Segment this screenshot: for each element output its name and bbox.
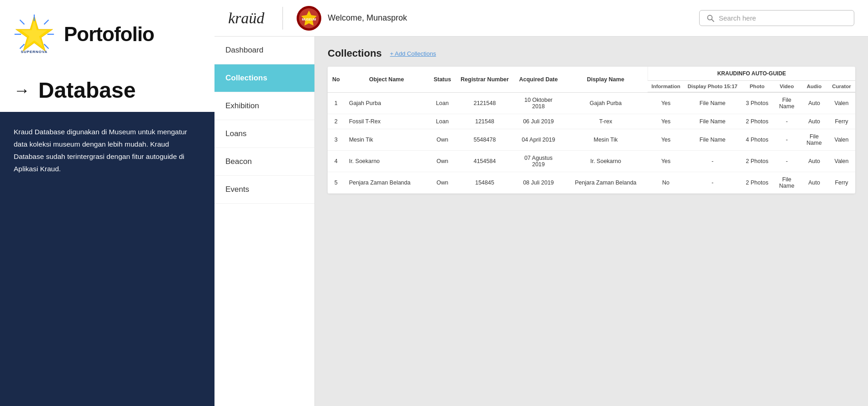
portofolio-title: Portofolio bbox=[64, 23, 154, 46]
svg-line-6 bbox=[20, 44, 25, 49]
table-cell: Yes bbox=[648, 92, 684, 114]
search-placeholder: Search here bbox=[719, 14, 756, 22]
table-cell: 07 Agustus 2019 bbox=[513, 151, 564, 172]
database-label: Database bbox=[38, 78, 136, 103]
table-cell: 154845 bbox=[456, 172, 513, 194]
table-cell: No bbox=[648, 172, 684, 194]
table-cell: Gajah Purba bbox=[564, 92, 648, 114]
table-cell: 2121548 bbox=[456, 92, 513, 114]
svg-line-7 bbox=[44, 44, 49, 49]
col-header-object-name: Object Name bbox=[345, 67, 429, 92]
table-cell: 3 Photos bbox=[741, 92, 773, 114]
table-row[interactable]: 3Mesin TikOwn554847804 April 2019Mesin T… bbox=[328, 129, 855, 151]
table-row[interactable]: 4Ir. SoekarnoOwn415458407 Agustus 2019Ir… bbox=[328, 151, 855, 172]
table-cell: Fossil T-Rex bbox=[345, 114, 429, 129]
sidebar-item-exhibition[interactable]: Exhibition bbox=[214, 92, 314, 120]
svg-line-16 bbox=[712, 19, 714, 21]
table-cell: Loan bbox=[429, 92, 456, 114]
table-row[interactable]: 5Penjara Zaman BelandaOwn15484508 Juli 2… bbox=[328, 172, 855, 194]
table-cell: Auto bbox=[800, 151, 828, 172]
table-cell: Ir. Soekarno bbox=[345, 151, 429, 172]
svg-line-5 bbox=[44, 20, 49, 25]
table-cell: 5 bbox=[328, 172, 345, 194]
search-icon bbox=[707, 15, 714, 22]
museum-logo: MUSEUM bbox=[297, 6, 321, 31]
table-cell: Own bbox=[429, 151, 456, 172]
col-header-registrar: Registrar Number bbox=[456, 67, 513, 92]
table-row[interactable]: 2Fossil T-RexLoan12154806 Juli 2019T-rex… bbox=[328, 114, 855, 129]
col-header-acquired: Acquired Date bbox=[513, 67, 564, 92]
sidebar-item-dashboard[interactable]: Dashboard bbox=[214, 37, 314, 64]
table-cell: Ferry bbox=[828, 172, 855, 194]
table-body: 1Gajah PurbaLoan212154810 Oktober 2018Ga… bbox=[328, 92, 855, 194]
table-cell: Ir. Soekarno bbox=[564, 151, 648, 172]
table-cell: File Name bbox=[684, 129, 741, 151]
svg-text:MUSEUM: MUSEUM bbox=[302, 18, 316, 21]
table-cell: - bbox=[773, 151, 800, 172]
right-panel: kraüd MUSEUM Welcome, Munasprok Search h… bbox=[214, 0, 868, 406]
sidebar-item-events[interactable]: Events bbox=[214, 176, 314, 204]
table-cell: 2 Photos bbox=[741, 172, 773, 194]
svg-text:SUPERNOVA: SUPERNOVA bbox=[21, 50, 48, 54]
col-header-status: Status bbox=[429, 67, 456, 92]
table-cell: 2 Photos bbox=[741, 114, 773, 129]
table-cell: Mesin Tik bbox=[345, 129, 429, 151]
table-cell: - bbox=[684, 151, 741, 172]
museum-logo-svg: MUSEUM bbox=[297, 6, 321, 31]
table-cell: Valen bbox=[828, 92, 855, 114]
left-panel: SUPERNOVA TECH CONSULTING Portofolio → D… bbox=[0, 0, 214, 406]
arrow-icon: → bbox=[14, 81, 30, 100]
database-section: → Database bbox=[0, 64, 214, 112]
table-cell: Auto bbox=[800, 92, 828, 114]
description-section: Kraud Database digunakan di Museum untuk… bbox=[0, 112, 214, 406]
table-cell: 4 Photos bbox=[741, 129, 773, 151]
table-cell: Valen bbox=[828, 151, 855, 172]
collections-table-container: No Object Name Status Registrar Number A… bbox=[328, 67, 855, 194]
description-text: Kraud Database digunakan di Museum untuk… bbox=[14, 126, 201, 175]
col-header-video: Video bbox=[773, 81, 800, 93]
table-cell: Mesin Tik bbox=[564, 129, 648, 151]
table-cell: - bbox=[773, 114, 800, 129]
table-cell: Own bbox=[429, 129, 456, 151]
table-cell: 121548 bbox=[456, 114, 513, 129]
sidebar-item-loans[interactable]: Loans bbox=[214, 120, 314, 148]
table-cell: 4154584 bbox=[456, 151, 513, 172]
table-cell: T-rex bbox=[564, 114, 648, 129]
table-cell: 04 April 2019 bbox=[513, 129, 564, 151]
collections-title: Collections bbox=[328, 47, 382, 59]
table-cell: File Name bbox=[773, 172, 800, 194]
app-header: kraüd MUSEUM Welcome, Munasprok Search h… bbox=[214, 0, 868, 37]
table-cell: Loan bbox=[429, 114, 456, 129]
table-cell: 06 Juli 2019 bbox=[513, 114, 564, 129]
left-top-section: SUPERNOVA TECH CONSULTING Portofolio bbox=[0, 0, 214, 64]
add-collections-link[interactable]: + Add Collections bbox=[390, 50, 436, 57]
col-header-no: No bbox=[328, 67, 345, 92]
main-content: Collections + Add Collections No Object … bbox=[315, 37, 868, 406]
col-header-audio: Audio bbox=[800, 81, 828, 93]
svg-line-8 bbox=[20, 20, 25, 25]
table-cell: 4 bbox=[328, 151, 345, 172]
sidebar-item-beacon[interactable]: Beacon bbox=[214, 148, 314, 176]
supernova-logo: SUPERNOVA TECH CONSULTING bbox=[14, 14, 55, 55]
welcome-text: Welcome, Munasprok bbox=[328, 13, 407, 23]
table-cell: 5548478 bbox=[456, 129, 513, 151]
table-cell: Gajah Purba bbox=[345, 92, 429, 114]
collections-table: No Object Name Status Registrar Number A… bbox=[328, 67, 855, 194]
table-cell: 1 bbox=[328, 92, 345, 114]
table-cell: 08 Juli 2019 bbox=[513, 172, 564, 194]
app-logo: kraüd bbox=[228, 10, 264, 27]
welcome-section: MUSEUM Welcome, Munasprok bbox=[297, 6, 690, 31]
table-cell: Auto bbox=[800, 114, 828, 129]
table-cell: 3 bbox=[328, 129, 345, 151]
header-divider bbox=[282, 7, 283, 30]
col-header-display-photo: Display Photo 15:17 bbox=[684, 81, 741, 93]
table-cell: File Name bbox=[684, 114, 741, 129]
sidebar-item-collections[interactable]: Collections bbox=[214, 64, 314, 92]
search-box[interactable]: Search here bbox=[699, 10, 854, 26]
table-row[interactable]: 1Gajah PurbaLoan212154810 Oktober 2018Ga… bbox=[328, 92, 855, 114]
col-header-curator: Curator bbox=[828, 81, 855, 93]
table-cell: Penjara Zaman Belanda bbox=[345, 172, 429, 194]
col-header-display-name: Display Name bbox=[564, 67, 648, 92]
table-cell: 2 Photos bbox=[741, 151, 773, 172]
table-cell: Yes bbox=[648, 129, 684, 151]
